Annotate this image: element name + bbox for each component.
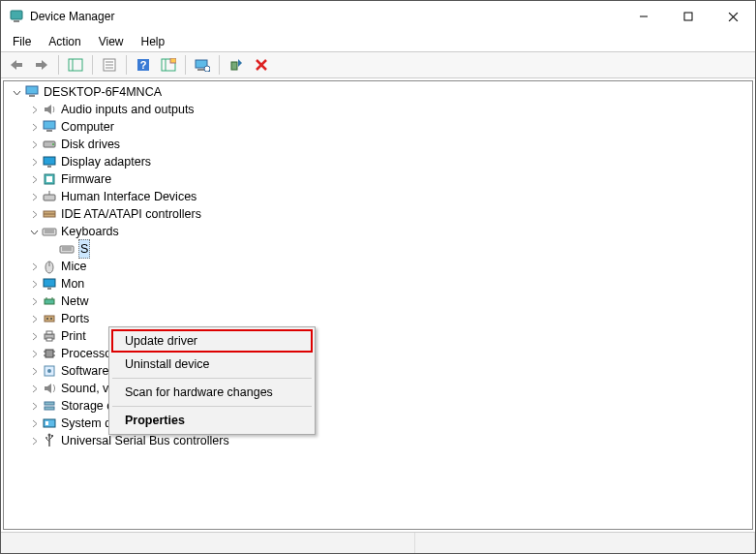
minimize-button[interactable] xyxy=(621,1,666,32)
toolbar-forward-button[interactable] xyxy=(30,53,53,77)
svg-rect-69 xyxy=(45,421,48,425)
tree-root-node[interactable]: DESKTOP-6F4MNCA xyxy=(4,83,752,101)
tree-node[interactable]: IDE ATA/ATAPI controllers xyxy=(4,205,752,223)
expander-icon[interactable] xyxy=(27,294,41,308)
svg-rect-18 xyxy=(170,58,176,63)
svg-rect-50 xyxy=(45,299,54,304)
svg-rect-35 xyxy=(46,176,52,182)
expander-icon[interactable] xyxy=(27,364,41,378)
svg-rect-26 xyxy=(26,86,38,94)
context-uninstall-device[interactable]: Uninstall device xyxy=(111,353,313,376)
svg-rect-29 xyxy=(46,130,52,132)
expander-icon[interactable] xyxy=(27,207,41,221)
tree-node[interactable]: Computer xyxy=(4,118,752,136)
storage-icon xyxy=(42,398,57,414)
expander-icon[interactable] xyxy=(27,399,41,413)
svg-rect-32 xyxy=(44,157,55,165)
expander-icon[interactable] xyxy=(27,329,41,343)
processor-icon xyxy=(42,346,57,361)
tree-node[interactable]: Ports xyxy=(4,310,752,327)
usb-icon xyxy=(42,433,57,448)
expander-icon[interactable] xyxy=(27,382,41,395)
tree-node[interactable]: Keyboards xyxy=(4,223,752,240)
toolbar-help-button[interactable]: ? xyxy=(132,53,155,77)
tree-node[interactable]: Human Interface Devices xyxy=(4,188,752,205)
mouse-icon xyxy=(42,259,57,274)
svg-rect-58 xyxy=(46,338,52,341)
toolbar: ? xyxy=(1,51,755,78)
tree-node-label: S xyxy=(78,239,90,259)
menu-view[interactable]: View xyxy=(91,34,132,49)
tree-leaf-node[interactable]: S xyxy=(4,240,752,258)
context-properties[interactable]: Properties xyxy=(111,409,313,432)
expander-icon[interactable] xyxy=(27,103,41,116)
tree-node-label: Disk drives xyxy=(61,136,120,153)
expander-icon[interactable] xyxy=(27,155,41,169)
tree-node-label: Keyboards xyxy=(61,223,119,240)
expander-icon[interactable] xyxy=(27,347,41,360)
ide-icon xyxy=(42,206,57,222)
toolbar-back-button[interactable] xyxy=(5,53,28,77)
menubar: File Action View Help xyxy=(1,32,755,51)
tree-node-label: Ports xyxy=(61,310,89,327)
expander-icon[interactable] xyxy=(27,434,41,447)
device-manager-window: Device Manager File Action View Help xyxy=(0,0,756,554)
tree-node[interactable]: Firmware xyxy=(4,170,752,188)
disk-icon xyxy=(42,137,57,152)
context-separator xyxy=(112,378,312,379)
svg-rect-27 xyxy=(29,95,35,97)
expander-icon[interactable] xyxy=(27,120,41,134)
tree-node[interactable]: Mice xyxy=(4,258,752,275)
expander-icon[interactable] xyxy=(27,416,41,430)
toolbar-separator xyxy=(58,55,59,75)
svg-point-65 xyxy=(47,369,51,373)
toolbar-separator xyxy=(185,55,186,75)
toolbar-separator xyxy=(126,55,127,75)
context-scan-hardware[interactable]: Scan for hardware changes xyxy=(111,381,313,404)
svg-rect-68 xyxy=(44,419,55,427)
svg-rect-67 xyxy=(45,407,54,410)
svg-rect-36 xyxy=(44,195,55,200)
toolbar-show-hide-button[interactable] xyxy=(64,53,87,77)
expander-icon[interactable] xyxy=(27,312,41,325)
display-icon xyxy=(42,154,57,169)
maximize-button[interactable] xyxy=(666,1,711,32)
toolbar-action-button[interactable] xyxy=(157,53,180,77)
software-icon xyxy=(42,363,57,379)
tree-node[interactable]: Disk drives xyxy=(4,136,752,153)
svg-point-55 xyxy=(50,318,52,320)
toolbar-properties-button[interactable] xyxy=(98,53,121,77)
context-separator xyxy=(112,406,312,407)
sound-icon xyxy=(42,381,57,396)
tree-node[interactable]: Audio inputs and outputs xyxy=(4,101,752,118)
menu-file[interactable]: File xyxy=(5,34,39,49)
tree-node[interactable]: Display adapters xyxy=(4,153,752,170)
keyboard-icon xyxy=(42,224,57,239)
svg-rect-53 xyxy=(45,316,54,322)
expander-icon[interactable] xyxy=(10,85,23,99)
tree-node-label: Mon xyxy=(61,275,84,292)
expander-icon[interactable] xyxy=(27,190,41,203)
expander-icon[interactable] xyxy=(27,138,41,151)
svg-rect-66 xyxy=(45,402,54,405)
tree-node[interactable]: Netw xyxy=(4,292,752,310)
tree-node-label: Mice xyxy=(61,258,86,275)
menu-help[interactable]: Help xyxy=(134,34,173,49)
expander-icon[interactable] xyxy=(27,172,41,186)
expander-icon[interactable] xyxy=(27,260,41,273)
svg-point-71 xyxy=(48,434,51,437)
toolbar-uninstall-button[interactable] xyxy=(250,53,273,77)
printer-icon xyxy=(42,328,57,344)
expander-icon[interactable] xyxy=(27,277,41,291)
svg-rect-48 xyxy=(44,279,55,287)
close-button[interactable] xyxy=(711,1,755,32)
context-update-driver[interactable]: Update driver xyxy=(111,329,313,353)
tree-node[interactable]: Mon xyxy=(4,275,752,292)
menu-action[interactable]: Action xyxy=(41,34,88,49)
expander-icon[interactable] xyxy=(27,225,41,238)
tree-node-label: Human Interface Devices xyxy=(61,188,197,205)
toolbar-scan-button[interactable] xyxy=(191,53,214,77)
toolbar-separator xyxy=(92,55,93,75)
context-menu: Update driver Uninstall device Scan for … xyxy=(108,326,316,435)
toolbar-enable-button[interactable] xyxy=(225,53,248,77)
